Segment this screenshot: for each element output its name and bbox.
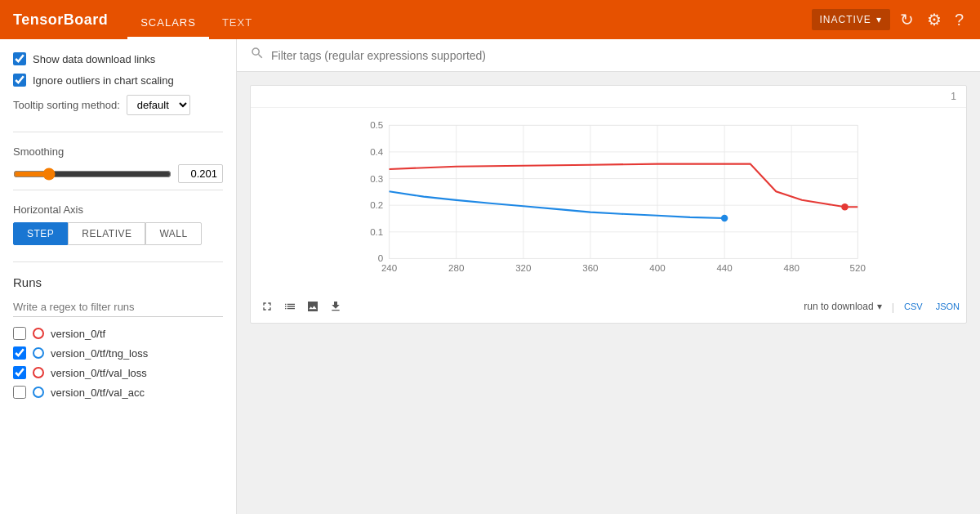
svg-text:400: 400 <box>649 263 665 273</box>
divider-3 <box>13 261 223 262</box>
tooltip-sorting-label: Tooltip sorting method: <box>13 99 120 111</box>
run-checkbox-0[interactable] <box>13 327 26 340</box>
top-nav: SCALARS TEXT <box>127 0 265 39</box>
run-item-2: version_0/tf/val_loss <box>13 366 223 379</box>
svg-text:0.2: 0.2 <box>370 200 383 210</box>
svg-text:240: 240 <box>381 263 397 273</box>
run-name-1: version_0/tf/tng_loss <box>51 347 148 360</box>
fullscreen-icon[interactable] <box>257 297 277 316</box>
run-checkbox-1[interactable] <box>13 346 26 360</box>
run-download-text: run to download <box>804 301 873 312</box>
show-download-row: Show data download links <box>13 52 223 65</box>
status-dropdown[interactable]: INACTIVE ▾ <box>812 9 890 30</box>
run-color-dot-3 <box>33 387 44 398</box>
main-content: 1 <box>237 39 980 514</box>
run-item-1: version_0/tf/tng_loss <box>13 346 223 360</box>
main-layout: Show data download links Ignore outliers… <box>0 39 980 514</box>
red-data-point <box>841 203 848 210</box>
settings-icon[interactable]: ⚙ <box>924 7 945 33</box>
app-logo: TensorBoard <box>13 11 108 29</box>
search-icon <box>250 46 265 65</box>
svg-text:520: 520 <box>850 263 866 273</box>
svg-text:280: 280 <box>448 263 464 273</box>
json-download-btn[interactable]: JSON <box>936 302 960 311</box>
tooltip-sorting-select[interactable]: default <box>127 95 190 115</box>
blue-data-point <box>721 215 728 221</box>
svg-text:480: 480 <box>784 263 800 273</box>
ignore-outliers-row: Ignore outliers in chart scaling <box>13 74 223 87</box>
run-name-2: version_0/tf/val_loss <box>51 367 147 379</box>
axis-btn-relative[interactable]: RELATIVE <box>68 222 145 245</box>
chart-card-number: 1 <box>951 91 956 102</box>
axis-buttons-group: STEP RELATIVE WALL <box>13 222 223 245</box>
run-name-0: version_0/tf <box>51 328 105 340</box>
axis-btn-step[interactable]: STEP <box>13 222 68 245</box>
search-input[interactable] <box>271 49 967 62</box>
run-color-dot-1 <box>33 347 44 359</box>
svg-text:0: 0 <box>378 253 383 263</box>
run-item-0: version_0/tf <box>13 327 223 340</box>
image-icon[interactable] <box>303 297 323 316</box>
chart-card-header: 1 <box>251 86 966 108</box>
smoothing-row: 0.201 <box>13 164 223 183</box>
chart-card: 1 <box>250 85 967 324</box>
smoothing-slider[interactable] <box>13 168 172 181</box>
svg-text:0.4: 0.4 <box>370 147 384 157</box>
topbar-right: INACTIVE ▾ ↻ ⚙ ? <box>812 7 967 33</box>
svg-text:0.1: 0.1 <box>370 227 383 237</box>
tooltip-row: Tooltip sorting method: default <box>13 95 223 115</box>
topbar: TensorBoard SCALARS TEXT INACTIVE ▾ ↻ ⚙ … <box>0 0 980 39</box>
nav-item-scalars[interactable]: SCALARS <box>127 16 209 39</box>
show-download-checkbox[interactable] <box>13 52 26 65</box>
chevron-down-icon: ▾ <box>876 14 882 25</box>
svg-text:440: 440 <box>716 263 732 273</box>
help-icon[interactable]: ? <box>951 7 967 33</box>
refresh-icon[interactable]: ↻ <box>897 7 917 33</box>
svg-text:360: 360 <box>582 263 598 273</box>
run-color-dot-0 <box>33 328 44 339</box>
svg-rect-0 <box>390 125 858 258</box>
svg-text:0.5: 0.5 <box>370 121 383 130</box>
list-icon[interactable] <box>280 297 300 316</box>
dropdown-arrow-icon: ▾ <box>877 301 882 312</box>
svg-text:0.3: 0.3 <box>370 174 383 184</box>
run-item-3: version_0/tf/val_acc <box>13 386 223 399</box>
sidebar: Show data download links Ignore outliers… <box>0 39 237 514</box>
search-bar <box>237 39 980 72</box>
horizontal-axis-label: Horizontal Axis <box>13 203 223 216</box>
divider-2 <box>13 190 223 190</box>
runs-section-label: Runs <box>13 275 223 289</box>
run-color-dot-2 <box>33 367 44 378</box>
download-icon[interactable] <box>326 297 345 316</box>
divider-vertical: | <box>892 301 894 313</box>
csv-download-btn[interactable]: CSV <box>904 302 923 311</box>
chart-footer: run to download ▾ | CSV JSON <box>251 293 966 323</box>
runs-filter-input[interactable] <box>13 297 223 317</box>
chart-area: 0.5 0.4 0.3 0.2 0.1 0 240 280 320 360 40… <box>251 108 966 293</box>
status-label: INACTIVE <box>820 14 871 25</box>
divider-1 <box>13 132 223 132</box>
run-to-download-label[interactable]: run to download ▾ <box>804 301 881 312</box>
ignore-outliers-label: Ignore outliers in chart scaling <box>33 74 174 87</box>
chart-svg: 0.5 0.4 0.3 0.2 0.1 0 240 280 320 360 40… <box>257 121 960 284</box>
axis-btn-wall[interactable]: WALL <box>145 222 201 245</box>
run-checkbox-2[interactable] <box>13 366 26 379</box>
run-name-3: version_0/tf/val_acc <box>51 387 145 399</box>
show-download-label: Show data download links <box>33 53 155 65</box>
nav-item-text[interactable]: TEXT <box>209 16 265 39</box>
run-checkbox-3[interactable] <box>13 386 26 399</box>
smoothing-value-input[interactable]: 0.201 <box>178 164 223 183</box>
ignore-outliers-checkbox[interactable] <box>13 74 26 87</box>
smoothing-label: Smoothing <box>13 145 223 158</box>
svg-text:320: 320 <box>515 263 531 273</box>
